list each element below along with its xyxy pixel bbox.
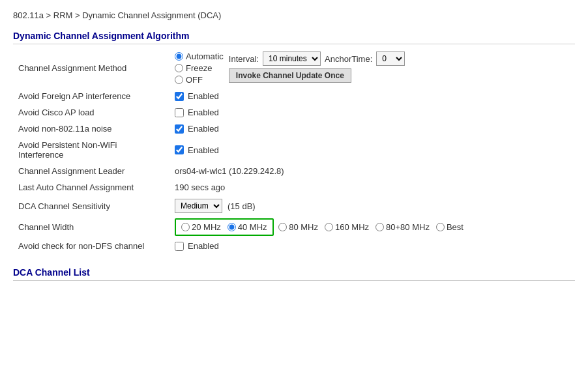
avoid-non-dfs-checkbox[interactable] — [175, 242, 184, 251]
anchor-time-label: AnchorTime: — [325, 54, 372, 64]
last-auto-channel-label: Last Auto Channel Assignment — [13, 179, 169, 195]
dca-sensitivity-select[interactable]: Low Medium High — [175, 199, 222, 213]
radio-80plus80mhz-label: 80+80 MHz — [386, 222, 430, 232]
dca-channel-list-title: DCA Channel List — [13, 267, 575, 281]
channel-width-label: Channel Width — [13, 216, 169, 238]
radio-160mhz[interactable] — [325, 223, 333, 231]
avoid-persistent-label: Avoid Persistent Non-WiFi Interference — [13, 137, 169, 163]
channel-assignment-method-label: Channel Assignment Method — [13, 48, 169, 88]
radio-80mhz[interactable] — [278, 223, 287, 231]
interval-label: Interval: — [229, 54, 259, 64]
last-auto-channel-value: 190 secs ago — [169, 179, 575, 195]
channel-assignment-leader-label: Channel Assignment Leader — [13, 163, 169, 179]
radio-automatic[interactable] — [175, 52, 183, 61]
radio-off-label: OFF — [186, 75, 203, 85]
avoid-cisco-ap-enabled: Enabled — [188, 108, 219, 117]
radio-80mhz-label: 80 MHz — [289, 222, 318, 232]
channel-assignment-leader-value: ors04-wl-wlc1 (10.229.242.8) — [169, 163, 575, 179]
radio-160mhz-label: 160 MHz — [335, 222, 369, 232]
radio-40mhz-label: 40 MHz — [238, 222, 267, 232]
avoid-cisco-ap-checkbox[interactable] — [175, 108, 184, 117]
avoid-non-80211a-checkbox[interactable] — [175, 124, 184, 134]
radio-automatic-label: Automatic — [186, 51, 224, 61]
radio-freeze[interactable] — [175, 64, 183, 72]
radio-80plus80mhz[interactable] — [375, 223, 384, 231]
invoke-channel-update-button[interactable]: Invoke Channel Update Once — [229, 68, 351, 83]
avoid-cisco-ap-label: Avoid Cisco AP load — [13, 104, 169, 121]
radio-20mhz[interactable] — [181, 223, 190, 231]
dca-sensitivity-db: (15 dB) — [228, 201, 256, 211]
channel-width-options: 20 MHz 40 MHz — [175, 218, 274, 236]
breadcrumb: 802.11a > RRM > Dynamic Channel Assignme… — [13, 10, 575, 20]
avoid-non-dfs-label: Avoid check for non-DFS channel — [13, 238, 169, 254]
avoid-foreign-ap-enabled: Enabled — [188, 91, 219, 101]
radio-best-label: Best — [447, 222, 463, 232]
avoid-non-80211a-enabled: Enabled — [188, 124, 219, 134]
radio-freeze-label: Freeze — [186, 63, 212, 73]
avoid-non-80211a-label: Avoid non-802.11a noise — [13, 121, 169, 137]
radio-20mhz-label: 20 MHz — [192, 222, 221, 232]
dca-channel-sensitivity-label: DCA Channel Sensitivity — [13, 195, 169, 216]
radio-best[interactable] — [436, 223, 445, 231]
section-title: Dynamic Channel Assignment Algorithm — [13, 31, 575, 44]
avoid-foreign-ap-checkbox[interactable] — [175, 92, 184, 101]
radio-off[interactable] — [175, 76, 183, 84]
avoid-non-dfs-enabled: Enabled — [188, 241, 219, 251]
avoid-persistent-enabled: Enabled — [188, 145, 219, 155]
radio-40mhz[interactable] — [228, 223, 236, 231]
avoid-persistent-checkbox[interactable] — [175, 145, 184, 154]
interval-select[interactable]: 10 minutes 5 minutes 1 minute 30 minutes… — [263, 51, 321, 66]
anchor-time-select[interactable]: 0123 4567 891011 — [376, 51, 405, 66]
avoid-foreign-ap-label: Avoid Foreign AP interference — [13, 88, 169, 104]
